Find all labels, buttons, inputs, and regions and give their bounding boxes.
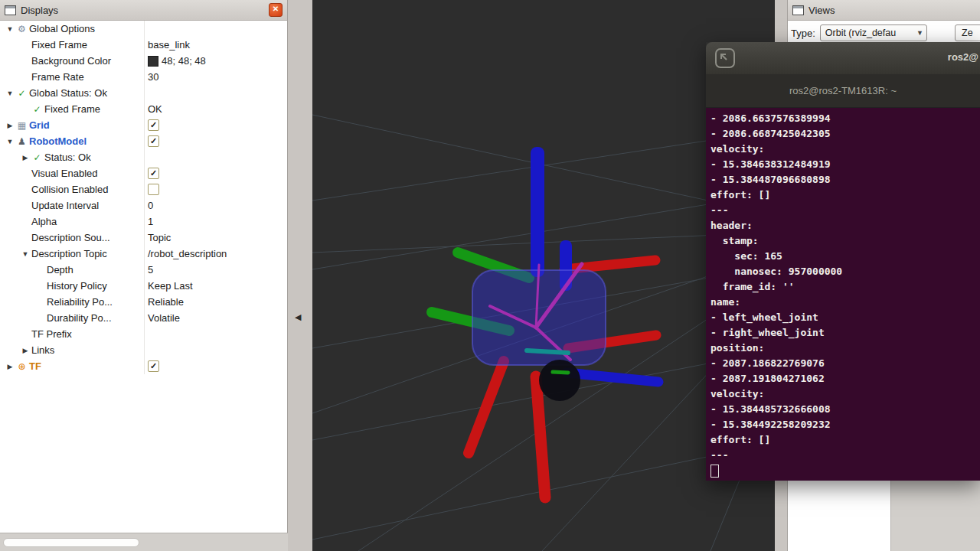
display-row[interactable]: Fixed Framebase_link <box>0 37 287 53</box>
display-row[interactable]: Update Interval0 <box>0 197 287 214</box>
displays-titlebar[interactable]: Displays ✕ <box>0 0 287 21</box>
expander-down-icon[interactable]: ▼ <box>5 90 15 97</box>
property-value-cell[interactable]: Volatile <box>144 310 287 326</box>
property-label: Links <box>31 344 54 356</box>
views-panel-title: Views <box>808 5 835 16</box>
display-row[interactable]: Visual Enabled✓ <box>0 165 287 181</box>
displays-panel-title: Displays <box>21 5 58 16</box>
display-row[interactable]: ▼♟RobotModel✓ <box>0 133 287 149</box>
property-value-cell[interactable]: ✓ <box>144 133 287 149</box>
property-value-cell[interactable]: 5 <box>144 262 287 278</box>
display-row[interactable]: Durability Po...Volatile <box>0 310 287 326</box>
property-value-cell[interactable]: ✓ <box>144 117 287 133</box>
terminal-line: frame_id: '' <box>710 279 980 295</box>
display-row[interactable]: Reliability Po...Reliable <box>0 294 287 310</box>
display-row[interactable]: Description Sou...Topic <box>0 230 287 246</box>
zero-button[interactable]: Ze <box>955 24 980 41</box>
display-row[interactable]: TF Prefix <box>0 326 287 342</box>
property-value-cell[interactable]: OK <box>144 101 287 117</box>
property-label: Reliability Po... <box>46 296 113 308</box>
wheel-axis-green <box>553 372 568 373</box>
views-titlebar[interactable]: Views <box>788 0 980 21</box>
display-row[interactable]: ▼⚙Global Options <box>0 21 287 37</box>
display-row[interactable]: ✓Fixed FrameOK <box>0 101 287 117</box>
property-value: base_link <box>148 39 190 51</box>
view-type-dropdown[interactable]: Orbit (rviz_defau ▼ <box>820 24 927 41</box>
property-value-cell[interactable]: 1 <box>144 214 287 230</box>
terminal-line: - left_wheel_joint <box>710 310 980 325</box>
display-row[interactable]: ▶Links <box>0 342 287 358</box>
expander-down-icon[interactable]: ▼ <box>5 138 15 145</box>
display-row[interactable]: ▶▦Grid✓ <box>0 117 287 133</box>
close-icon[interactable]: ✕ <box>269 3 283 17</box>
property-label: TF Prefix <box>31 328 72 340</box>
property-value-cell[interactable]: /robot_description <box>144 246 287 262</box>
color-swatch <box>148 56 158 67</box>
checkbox[interactable]: ✓ <box>148 135 159 147</box>
terminal-output[interactable]: - 2086.6637576389994- 2086.6687425042305… <box>706 108 980 481</box>
property-value-cell[interactable] <box>144 21 287 37</box>
property-label: Depth <box>46 264 74 276</box>
property-value: 0 <box>148 200 153 211</box>
property-value-cell[interactable]: base_link <box>144 37 287 53</box>
property-label: RobotModel <box>28 135 87 147</box>
view-type-label: Type: <box>791 28 815 39</box>
property-value-cell[interactable]: Reliable <box>144 294 287 310</box>
expander-down-icon[interactable]: ▼ <box>20 250 31 258</box>
property-value-cell[interactable] <box>144 149 287 165</box>
display-row[interactable]: Collision Enabled <box>0 181 287 197</box>
collapse-panel-icon[interactable]: ◀ <box>295 312 301 322</box>
terminal-window[interactable]: ros2@ ros2@ros2-TM1613R: ~ - 2086.663757… <box>706 42 980 481</box>
display-row[interactable]: ▼Description Topic/robot_description <box>0 246 287 262</box>
expander-right-icon[interactable]: ▶ <box>20 154 31 161</box>
display-row[interactable]: Depth5 <box>0 262 287 278</box>
property-value: 48; 48; 48 <box>162 55 206 67</box>
checkbox[interactable] <box>148 184 159 195</box>
horizontal-scrollbar[interactable] <box>3 538 139 547</box>
display-row[interactable]: ▶✓Status: Ok <box>0 149 287 165</box>
property-value-cell[interactable] <box>144 326 287 342</box>
tf-icon: ⊕ <box>15 362 28 371</box>
property-value-cell[interactable]: 0 <box>144 197 287 214</box>
displays-bottom-bar <box>0 533 288 551</box>
terminal-tab-title[interactable]: ros2@ros2-TM1613R: ~ <box>789 85 897 96</box>
display-row[interactable]: ▼✓Global Status: Ok <box>0 85 287 101</box>
property-value-cell[interactable]: ✓ <box>144 358 287 374</box>
property-value: Reliable <box>148 296 184 308</box>
property-value-cell[interactable] <box>144 342 287 358</box>
wheel-sphere <box>539 360 580 401</box>
property-value-cell[interactable]: 30 <box>144 69 287 85</box>
displays-tree: ▼⚙Global OptionsFixed Framebase_linkBack… <box>0 21 287 374</box>
checkbox[interactable]: ✓ <box>148 119 159 131</box>
property-value-cell[interactable] <box>144 181 287 197</box>
display-row[interactable]: Frame Rate30 <box>0 69 287 85</box>
expander-down-icon[interactable]: ▼ <box>5 25 15 33</box>
terminal-line: - right_wheel_joint <box>710 325 980 341</box>
displays-panel: Displays ✕ ▼⚙Global OptionsFixed Frameba… <box>0 0 288 551</box>
robot-model <box>432 147 658 497</box>
display-row[interactable]: Background Color48; 48; 48 <box>0 53 287 69</box>
display-row[interactable]: History PolicyKeep Last <box>0 278 287 294</box>
terminal-tabbar[interactable]: ros2@ros2-TM1613R: ~ <box>706 74 980 108</box>
property-value-cell[interactable] <box>144 85 287 101</box>
checkbox[interactable]: ✓ <box>148 168 159 179</box>
expander-right-icon[interactable]: ▶ <box>5 122 15 129</box>
checkbox[interactable]: ✓ <box>148 360 159 372</box>
display-row[interactable]: Alpha1 <box>0 214 287 230</box>
terminal-window-icon[interactable] <box>715 48 735 71</box>
expander-right-icon[interactable]: ▶ <box>5 363 15 370</box>
property-value: 30 <box>148 71 158 83</box>
terminal-line: velocity: <box>710 142 980 157</box>
terminal-line: - 15.384492258209232 <box>710 417 980 432</box>
terminal-line: position: <box>710 341 980 356</box>
property-value-cell[interactable]: Topic <box>144 230 287 246</box>
display-row[interactable]: ▶⊕TF✓ <box>0 358 287 374</box>
property-value-cell[interactable]: ✓ <box>144 165 287 181</box>
panel-splitter[interactable]: ◀ <box>288 0 312 551</box>
property-value-cell[interactable]: 48; 48; 48 <box>144 53 287 69</box>
property-label: Update Interval <box>31 200 99 211</box>
expander-right-icon[interactable]: ▶ <box>20 347 31 354</box>
property-value-cell[interactable]: Keep Last <box>144 278 287 294</box>
terminal-titlebar[interactable]: ros2@ <box>706 42 980 74</box>
terminal-line: velocity: <box>710 386 980 402</box>
